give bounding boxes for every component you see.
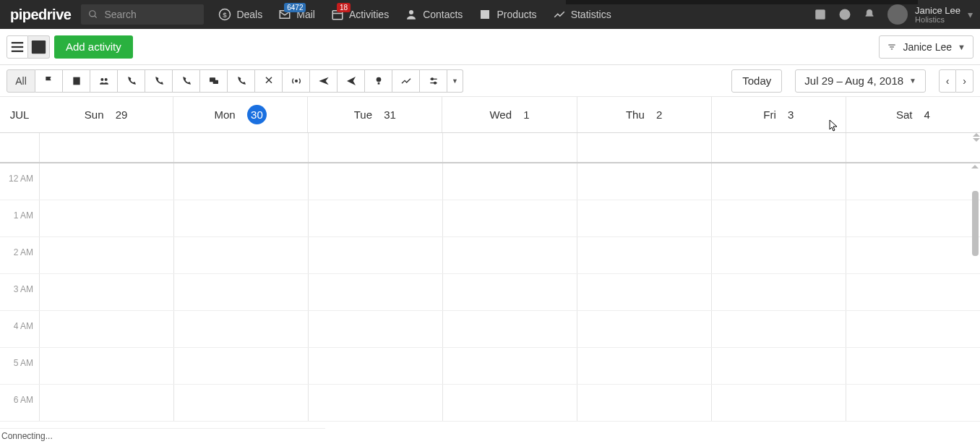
- nav-deals[interactable]: $ Deals: [218, 8, 262, 21]
- next-week-button[interactable]: ›: [956, 69, 973, 93]
- cal-cell[interactable]: [39, 163, 173, 200]
- cal-cell[interactable]: [173, 163, 308, 200]
- call-icon[interactable]: [118, 69, 145, 93]
- cal-cell[interactable]: [711, 200, 846, 236]
- note-icon[interactable]: [63, 69, 90, 93]
- today-button[interactable]: Today: [731, 69, 782, 93]
- cal-cell[interactable]: [577, 163, 711, 200]
- cal-cell[interactable]: [308, 311, 442, 347]
- cal-cell[interactable]: [577, 311, 711, 347]
- scroll-up[interactable]: [971, 165, 979, 168]
- prev-week-button[interactable]: ‹: [939, 69, 956, 93]
- allday-cell[interactable]: [442, 133, 577, 162]
- day-header-fri[interactable]: Fri 3: [711, 97, 846, 132]
- cal-cell[interactable]: [39, 348, 173, 384]
- cal-cell[interactable]: [711, 163, 846, 200]
- day-header-sun[interactable]: Sun 29: [39, 97, 173, 132]
- nav-statistics[interactable]: Statistics: [553, 8, 611, 21]
- call-icon[interactable]: [145, 69, 173, 93]
- cal-cell[interactable]: [577, 200, 711, 236]
- day-header-tue[interactable]: Tue 31: [307, 97, 442, 132]
- cal-cell[interactable]: [308, 348, 442, 384]
- more-types-dropdown[interactable]: ▼: [447, 69, 463, 93]
- call-icon[interactable]: [228, 69, 255, 93]
- allday-cell[interactable]: [173, 133, 308, 162]
- cal-cell[interactable]: [846, 348, 980, 384]
- allday-cell[interactable]: [39, 133, 173, 162]
- cal-cell[interactable]: [39, 274, 173, 310]
- cal-cell[interactable]: [173, 237, 308, 273]
- vertical-scrollbar[interactable]: [972, 191, 979, 256]
- cal-cell[interactable]: [846, 274, 980, 310]
- cal-cell[interactable]: [442, 348, 577, 384]
- cal-cell[interactable]: [173, 348, 308, 384]
- cal-cell[interactable]: [711, 311, 846, 347]
- cal-cell[interactable]: [442, 163, 577, 200]
- help-icon[interactable]: ?: [838, 8, 851, 21]
- user-filter[interactable]: Janice Lee ▼: [879, 35, 973, 59]
- add-icon[interactable]: [814, 8, 827, 21]
- cal-cell[interactable]: [442, 385, 577, 421]
- allday-cell[interactable]: [308, 133, 442, 162]
- cal-cell[interactable]: [173, 200, 308, 236]
- utensils-icon[interactable]: [255, 69, 283, 93]
- list-view-button[interactable]: [7, 35, 28, 59]
- nav-contacts[interactable]: Contacts: [405, 8, 463, 21]
- user-menu[interactable]: Janice Lee Holistics ▾: [887, 4, 973, 25]
- cal-cell[interactable]: [308, 274, 442, 310]
- day-header-sat[interactable]: Sat 4: [846, 97, 980, 132]
- cal-cell[interactable]: [846, 311, 980, 347]
- cal-cell[interactable]: [711, 385, 846, 421]
- cal-cell[interactable]: [39, 385, 173, 421]
- cal-cell[interactable]: [442, 200, 577, 236]
- cal-cell[interactable]: [308, 385, 442, 421]
- plane-icon[interactable]: [310, 69, 338, 93]
- cal-cell[interactable]: [711, 237, 846, 273]
- nav-products[interactable]: Products: [478, 8, 536, 21]
- trend-icon[interactable]: [392, 69, 420, 93]
- cal-cell[interactable]: [577, 385, 711, 421]
- chat-icon[interactable]: [200, 69, 228, 93]
- search-input[interactable]: Search: [81, 4, 204, 25]
- cal-cell[interactable]: [173, 311, 308, 347]
- cal-cell[interactable]: [173, 274, 308, 310]
- broadcast-icon[interactable]: [283, 69, 310, 93]
- cal-cell[interactable]: [711, 274, 846, 310]
- allday-cell[interactable]: [846, 133, 980, 162]
- calendar-view-button[interactable]: [28, 35, 50, 59]
- cal-cell[interactable]: [308, 163, 442, 200]
- cal-cell[interactable]: [577, 274, 711, 310]
- cal-cell[interactable]: [846, 163, 980, 200]
- cal-cell[interactable]: [846, 200, 980, 236]
- call-icon[interactable]: [173, 69, 200, 93]
- filter-all-button[interactable]: All: [7, 69, 35, 93]
- cal-cell[interactable]: [173, 385, 308, 421]
- flag-icon[interactable]: [35, 69, 63, 93]
- day-header-wed[interactable]: Wed 1: [442, 97, 576, 132]
- send-icon[interactable]: [338, 69, 365, 93]
- allday-cell[interactable]: [711, 133, 846, 162]
- settings-icon[interactable]: [420, 69, 447, 93]
- lightbulb-icon[interactable]: [365, 69, 392, 93]
- bell-icon[interactable]: [863, 8, 876, 21]
- cal-cell[interactable]: [577, 237, 711, 273]
- nav-mail[interactable]: 6472 Mail: [278, 8, 315, 21]
- brand-logo[interactable]: pipedrive: [0, 7, 81, 23]
- cal-cell[interactable]: [39, 237, 173, 273]
- cal-cell[interactable]: [308, 237, 442, 273]
- allday-cell[interactable]: [577, 133, 711, 162]
- cal-cell[interactable]: [308, 200, 442, 236]
- cal-cell[interactable]: [39, 311, 173, 347]
- cal-cell[interactable]: [442, 274, 577, 310]
- day-header-thu[interactable]: Thu 2: [577, 97, 711, 132]
- cal-cell[interactable]: [711, 348, 846, 384]
- cal-cell[interactable]: [846, 237, 980, 273]
- nav-activities[interactable]: 18 Activities: [331, 8, 389, 21]
- add-activity-button[interactable]: Add activity: [54, 35, 133, 59]
- date-range-picker[interactable]: Jul 29 – Aug 4, 2018 ▼: [795, 69, 926, 93]
- day-header-mon[interactable]: Mon 30: [173, 97, 307, 132]
- allday-scroll[interactable]: [973, 133, 980, 142]
- cal-cell[interactable]: [577, 348, 711, 384]
- meeting-icon[interactable]: [90, 69, 118, 93]
- cal-cell[interactable]: [846, 385, 980, 421]
